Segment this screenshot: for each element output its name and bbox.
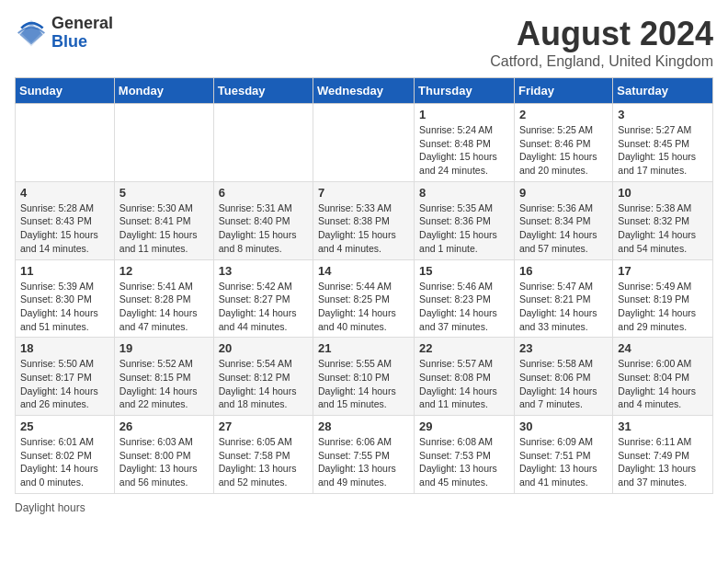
calendar-cell: 28Sunrise: 6:06 AM Sunset: 7:55 PM Dayli…: [313, 416, 415, 494]
day-number: 31: [618, 419, 708, 433]
day-number: 5: [119, 186, 209, 200]
day-number: 26: [119, 419, 209, 433]
calendar-cell: 1Sunrise: 5:24 AM Sunset: 8:48 PM Daylig…: [415, 104, 515, 182]
day-number: 1: [419, 108, 509, 121]
logo-blue-text: Blue: [51, 32, 87, 51]
day-info: Sunrise: 5:31 AM Sunset: 8:40 PM Dayligh…: [219, 201, 308, 256]
calendar-week-row: 1Sunrise: 5:24 AM Sunset: 8:48 PM Daylig…: [16, 104, 713, 182]
day-info: Sunrise: 6:01 AM Sunset: 8:02 PM Dayligh…: [20, 435, 109, 489]
calendar-cell: 16Sunrise: 5:47 AM Sunset: 8:21 PM Dayli…: [514, 259, 612, 338]
day-info: Sunrise: 6:03 AM Sunset: 8:00 PM Dayligh…: [119, 435, 209, 489]
calendar-dow-friday: Friday: [514, 78, 612, 104]
day-info: Sunrise: 5:27 AM Sunset: 8:45 PM Dayligh…: [618, 123, 708, 178]
calendar-cell: 19Sunrise: 5:52 AM Sunset: 8:15 PM Dayli…: [114, 338, 213, 416]
day-info: Sunrise: 5:30 AM Sunset: 8:41 PM Dayligh…: [119, 201, 209, 256]
month-title: August 2024: [490, 15, 713, 53]
day-info: Sunrise: 6:08 AM Sunset: 7:53 PM Dayligh…: [419, 435, 509, 489]
calendar-cell: 17Sunrise: 5:49 AM Sunset: 8:19 PM Dayli…: [613, 259, 713, 338]
day-number: 19: [119, 341, 209, 355]
day-number: 29: [419, 419, 509, 433]
day-info: Sunrise: 5:38 AM Sunset: 8:32 PM Dayligh…: [618, 201, 708, 256]
day-number: 28: [318, 419, 409, 433]
calendar-cell: 10Sunrise: 5:38 AM Sunset: 8:32 PM Dayli…: [613, 181, 713, 259]
page-header: General Blue August 2024 Catford, Englan…: [15, 15, 713, 70]
calendar-cell: 5Sunrise: 5:30 AM Sunset: 8:41 PM Daylig…: [114, 181, 213, 259]
calendar-cell: 13Sunrise: 5:42 AM Sunset: 8:27 PM Dayli…: [213, 259, 313, 338]
calendar-cell: [16, 104, 115, 182]
day-number: 2: [519, 108, 608, 121]
calendar-cell: 14Sunrise: 5:44 AM Sunset: 8:25 PM Dayli…: [313, 259, 415, 338]
calendar-cell: 7Sunrise: 5:33 AM Sunset: 8:38 PM Daylig…: [313, 181, 415, 259]
day-number: 9: [519, 186, 608, 200]
logo-general-text: General: [51, 14, 113, 32]
day-number: 10: [618, 186, 708, 200]
calendar-cell: 9Sunrise: 5:36 AM Sunset: 8:34 PM Daylig…: [514, 181, 612, 259]
day-info: Sunrise: 5:33 AM Sunset: 8:38 PM Dayligh…: [318, 201, 409, 256]
day-number: 18: [20, 341, 109, 355]
calendar-header-row: SundayMondayTuesdayWednesdayThursdayFrid…: [16, 78, 713, 104]
day-info: Sunrise: 5:46 AM Sunset: 8:23 PM Dayligh…: [419, 280, 509, 334]
day-info: Sunrise: 5:50 AM Sunset: 8:17 PM Dayligh…: [20, 357, 109, 411]
day-info: Sunrise: 5:58 AM Sunset: 8:06 PM Dayligh…: [519, 357, 608, 411]
day-number: 15: [419, 264, 509, 278]
calendar-dow-wednesday: Wednesday: [313, 78, 415, 104]
calendar-cell: 20Sunrise: 5:54 AM Sunset: 8:12 PM Dayli…: [213, 338, 313, 416]
day-info: Sunrise: 5:28 AM Sunset: 8:43 PM Dayligh…: [20, 201, 109, 256]
day-info: Sunrise: 6:05 AM Sunset: 7:58 PM Dayligh…: [219, 435, 308, 489]
location-text: Catford, England, United Kingdom: [490, 53, 713, 70]
day-number: 17: [618, 264, 708, 278]
day-info: Sunrise: 5:39 AM Sunset: 8:30 PM Dayligh…: [20, 280, 109, 334]
calendar-cell: 8Sunrise: 5:35 AM Sunset: 8:36 PM Daylig…: [415, 181, 515, 259]
day-number: 30: [519, 419, 608, 433]
calendar-dow-tuesday: Tuesday: [213, 78, 313, 104]
day-info: Sunrise: 5:36 AM Sunset: 8:34 PM Dayligh…: [519, 201, 608, 256]
day-number: 8: [419, 186, 509, 200]
day-info: Sunrise: 5:35 AM Sunset: 8:36 PM Dayligh…: [419, 201, 509, 256]
calendar-cell: 23Sunrise: 5:58 AM Sunset: 8:06 PM Dayli…: [514, 338, 612, 416]
calendar-cell: 3Sunrise: 5:27 AM Sunset: 8:45 PM Daylig…: [613, 104, 713, 182]
calendar-cell: 15Sunrise: 5:46 AM Sunset: 8:23 PM Dayli…: [415, 259, 515, 338]
day-info: Sunrise: 5:24 AM Sunset: 8:48 PM Dayligh…: [419, 123, 509, 178]
day-number: 25: [20, 419, 109, 433]
day-info: Sunrise: 5:44 AM Sunset: 8:25 PM Dayligh…: [318, 280, 409, 334]
calendar-dow-sunday: Sunday: [16, 78, 115, 104]
calendar-dow-thursday: Thursday: [415, 78, 515, 104]
day-number: 12: [119, 264, 209, 278]
logo: General Blue: [15, 15, 113, 52]
day-number: 27: [219, 419, 308, 433]
calendar-cell: 26Sunrise: 6:03 AM Sunset: 8:00 PM Dayli…: [114, 416, 213, 494]
day-number: 4: [20, 186, 109, 200]
day-number: 11: [20, 264, 109, 278]
daylight-hours-label: Daylight hours: [15, 501, 85, 514]
footer-note: Daylight hours: [15, 501, 713, 514]
calendar-dow-monday: Monday: [114, 78, 213, 104]
calendar-cell: 30Sunrise: 6:09 AM Sunset: 7:51 PM Dayli…: [514, 416, 612, 494]
calendar-cell: 21Sunrise: 5:55 AM Sunset: 8:10 PM Dayli…: [313, 338, 415, 416]
day-info: Sunrise: 5:52 AM Sunset: 8:15 PM Dayligh…: [119, 357, 209, 411]
day-number: 3: [618, 108, 708, 121]
title-block: August 2024 Catford, England, United Kin…: [490, 15, 713, 70]
calendar-cell: 27Sunrise: 6:05 AM Sunset: 7:58 PM Dayli…: [213, 416, 313, 494]
calendar-table: SundayMondayTuesdayWednesdayThursdayFrid…: [15, 77, 713, 494]
day-info: Sunrise: 5:25 AM Sunset: 8:46 PM Dayligh…: [519, 123, 608, 178]
calendar-cell: [313, 104, 415, 182]
calendar-cell: 2Sunrise: 5:25 AM Sunset: 8:46 PM Daylig…: [514, 104, 612, 182]
calendar-week-row: 4Sunrise: 5:28 AM Sunset: 8:43 PM Daylig…: [16, 181, 713, 259]
day-info: Sunrise: 5:41 AM Sunset: 8:28 PM Dayligh…: [119, 280, 209, 334]
calendar-cell: 25Sunrise: 6:01 AM Sunset: 8:02 PM Dayli…: [16, 416, 115, 494]
day-number: 14: [318, 264, 409, 278]
day-number: 7: [318, 186, 409, 200]
calendar-week-row: 18Sunrise: 5:50 AM Sunset: 8:17 PM Dayli…: [16, 338, 713, 416]
logo-icon: [15, 17, 48, 50]
day-number: 6: [219, 186, 308, 200]
calendar-week-row: 25Sunrise: 6:01 AM Sunset: 8:02 PM Dayli…: [16, 416, 713, 494]
day-info: Sunrise: 5:49 AM Sunset: 8:19 PM Dayligh…: [618, 280, 708, 334]
day-info: Sunrise: 6:06 AM Sunset: 7:55 PM Dayligh…: [318, 435, 409, 489]
day-info: Sunrise: 6:09 AM Sunset: 7:51 PM Dayligh…: [519, 435, 608, 489]
calendar-cell: 4Sunrise: 5:28 AM Sunset: 8:43 PM Daylig…: [16, 181, 115, 259]
calendar-cell: 6Sunrise: 5:31 AM Sunset: 8:40 PM Daylig…: [213, 181, 313, 259]
calendar-cell: 24Sunrise: 6:00 AM Sunset: 8:04 PM Dayli…: [613, 338, 713, 416]
day-number: 22: [419, 341, 509, 355]
day-info: Sunrise: 5:47 AM Sunset: 8:21 PM Dayligh…: [519, 280, 608, 334]
calendar-cell: [213, 104, 313, 182]
